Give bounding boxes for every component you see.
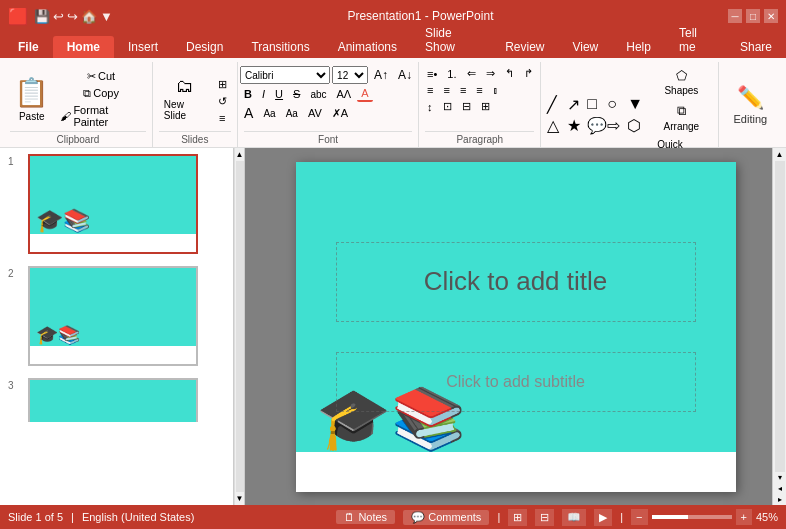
justify-button[interactable]: ≡ bbox=[472, 83, 486, 97]
slide-canvas[interactable]: 🎓📚 Click to add title Click to add subti… bbox=[296, 162, 736, 492]
reset-button[interactable]: ↺ bbox=[214, 94, 231, 109]
tab-view[interactable]: View bbox=[558, 36, 612, 58]
slide-thumb-img-2[interactable]: 🎓📚 bbox=[28, 266, 198, 366]
bullets-button[interactable]: ≡• bbox=[423, 67, 441, 81]
slide-thumbnail-3[interactable]: 3 bbox=[0, 372, 233, 422]
home-icon[interactable]: 🏠 bbox=[81, 9, 97, 24]
decrease-font-button[interactable]: A↓ bbox=[394, 67, 416, 83]
maximize-button[interactable]: □ bbox=[746, 9, 760, 23]
reading-view-button[interactable]: 📖 bbox=[562, 509, 586, 526]
arrange-button[interactable]: ⧉ Arrange bbox=[651, 101, 711, 134]
slideshow-button[interactable]: ▶ bbox=[594, 509, 612, 526]
char-spacing-button[interactable]: AV bbox=[304, 106, 326, 120]
shape-arrow[interactable]: ↗ bbox=[567, 95, 585, 114]
align-right-button[interactable]: ≡ bbox=[456, 83, 470, 97]
canvas-scroll-left[interactable]: ◂ bbox=[777, 483, 783, 494]
shadow-button[interactable]: abc bbox=[306, 88, 330, 101]
increase-indent-button[interactable]: ⇒ bbox=[482, 66, 499, 81]
tab-tell-me[interactable]: Tell me bbox=[665, 22, 726, 58]
copy-button[interactable]: ⧉ Copy bbox=[56, 86, 145, 101]
save-icon[interactable]: 💾 bbox=[34, 9, 50, 24]
shape-oval[interactable]: ○ bbox=[607, 95, 625, 114]
slide-panel[interactable]: 1 🎓📚 2 🎓📚 3 bbox=[0, 148, 234, 505]
underline-button[interactable]: U bbox=[271, 87, 287, 101]
font-color-button[interactable]: A bbox=[357, 86, 372, 102]
scroll-track[interactable] bbox=[236, 161, 244, 492]
normal-view-button[interactable]: ⊞ bbox=[508, 509, 527, 526]
shape-star[interactable]: ★ bbox=[567, 116, 585, 135]
canvas-scroll-up[interactable]: ▲ bbox=[774, 148, 786, 161]
superscript-button[interactable]: Aa bbox=[259, 107, 279, 120]
tab-animations[interactable]: Animations bbox=[324, 36, 411, 58]
editing-button[interactable]: ✏️ Editing bbox=[723, 79, 777, 131]
slide-thumb-img-3[interactable] bbox=[28, 378, 198, 422]
shape-rect[interactable]: □ bbox=[587, 95, 605, 114]
format-painter-button[interactable]: 🖌 Format Painter bbox=[56, 103, 145, 129]
slide-layout-button[interactable]: ⊞ bbox=[214, 77, 231, 92]
line-spacing-button[interactable]: ↕ bbox=[423, 100, 437, 114]
shape-hex[interactable]: ⬡ bbox=[627, 116, 645, 135]
text-direction-button[interactable]: ⊡ bbox=[439, 99, 456, 114]
undo-icon[interactable]: ↩ bbox=[53, 9, 64, 24]
zoom-out-button[interactable]: − bbox=[631, 509, 647, 525]
scroll-up-arrow[interactable]: ▲ bbox=[234, 148, 246, 161]
smartart-button[interactable]: ⊞ bbox=[477, 99, 494, 114]
panel-scrollbar[interactable]: ▲ ▼ bbox=[234, 148, 244, 505]
align-center-button[interactable]: ≡ bbox=[440, 83, 454, 97]
columns-button[interactable]: ⫾ bbox=[489, 83, 503, 97]
minimize-button[interactable]: ─ bbox=[728, 9, 742, 23]
notes-button[interactable]: 🗒 Notes bbox=[336, 510, 395, 524]
tab-design[interactable]: Design bbox=[172, 36, 237, 58]
slide-thumbnail-2[interactable]: 2 🎓📚 bbox=[0, 260, 233, 372]
shape-tri[interactable]: △ bbox=[547, 116, 565, 135]
tab-insert[interactable]: Insert bbox=[114, 36, 172, 58]
align-left-button[interactable]: ≡ bbox=[423, 83, 437, 97]
section-button[interactable]: ≡ bbox=[214, 111, 231, 125]
close-button[interactable]: ✕ bbox=[764, 9, 778, 23]
change-case-button[interactable]: AΛ bbox=[333, 87, 356, 101]
tab-transitions[interactable]: Transitions bbox=[237, 36, 323, 58]
slide-sorter-button[interactable]: ⊟ bbox=[535, 509, 554, 526]
subtitle-placeholder[interactable]: Click to add subtitle bbox=[336, 352, 696, 412]
tab-help[interactable]: Help bbox=[612, 36, 665, 58]
zoom-slider[interactable] bbox=[652, 515, 732, 519]
tab-file[interactable]: File bbox=[4, 36, 53, 58]
bold-button[interactable]: B bbox=[240, 87, 256, 101]
font-size-select[interactable]: 12 bbox=[332, 66, 368, 84]
decrease-indent-button[interactable]: ⇐ bbox=[463, 66, 480, 81]
increase-font-button[interactable]: A↑ bbox=[370, 67, 392, 83]
tab-share[interactable]: Share bbox=[726, 36, 786, 58]
tab-slide-show[interactable]: Slide Show bbox=[411, 22, 491, 58]
title-placeholder[interactable]: Click to add title bbox=[336, 242, 696, 322]
zoom-in-button[interactable]: + bbox=[736, 509, 752, 525]
strikethrough-button[interactable]: S bbox=[289, 87, 304, 101]
canvas-scrollbar[interactable]: ▲ ▾ ◂ ▸ bbox=[772, 148, 786, 505]
canvas-scroll-down1[interactable]: ▾ bbox=[777, 472, 783, 483]
redo-icon[interactable]: ↪ bbox=[67, 9, 78, 24]
font-family-select[interactable]: Calibri bbox=[240, 66, 330, 84]
rtl-button[interactable]: ↰ bbox=[501, 66, 518, 81]
canvas-scroll-track[interactable] bbox=[775, 161, 785, 472]
scroll-down-arrow[interactable]: ▼ bbox=[234, 492, 246, 505]
tab-home[interactable]: Home bbox=[53, 36, 114, 58]
numbering-button[interactable]: 1. bbox=[443, 67, 460, 81]
italic-button[interactable]: I bbox=[258, 87, 269, 101]
clear-format-button[interactable]: ✗A bbox=[328, 106, 352, 121]
font-size-large[interactable]: A bbox=[240, 104, 257, 122]
shape-more[interactable]: ▼ bbox=[627, 95, 645, 114]
canvas-scroll-down2[interactable]: ▸ bbox=[777, 494, 783, 505]
paste-button[interactable]: 📋 Paste bbox=[10, 73, 53, 125]
shape-arrow2[interactable]: ⇨ bbox=[607, 116, 625, 135]
shape-callout[interactable]: 💬 bbox=[587, 116, 605, 135]
comments-button[interactable]: 💬 Comments bbox=[403, 510, 489, 525]
shape-line[interactable]: ╱ bbox=[547, 95, 565, 114]
align-text-button[interactable]: ⊟ bbox=[458, 99, 475, 114]
new-slide-button[interactable]: 🗂 New Slide bbox=[159, 73, 211, 125]
ltr-button[interactable]: ↱ bbox=[520, 66, 537, 81]
tab-review[interactable]: Review bbox=[491, 36, 558, 58]
cut-button[interactable]: ✂ Cut bbox=[56, 69, 145, 84]
slide-thumbnail-1[interactable]: 1 🎓📚 bbox=[0, 148, 233, 260]
subscript-button[interactable]: Aa bbox=[282, 107, 302, 120]
slide-thumb-img-1[interactable]: 🎓📚 bbox=[28, 154, 198, 254]
shapes-button[interactable]: ⬠ Shapes bbox=[651, 66, 711, 98]
